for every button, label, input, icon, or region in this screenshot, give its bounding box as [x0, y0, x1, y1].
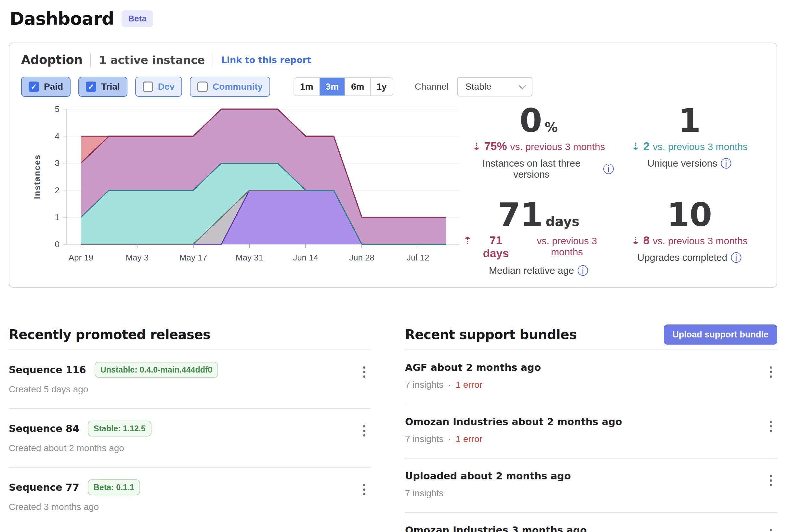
- svg-text:May 17: May 17: [180, 253, 207, 262]
- svg-text:3: 3: [55, 158, 60, 168]
- release-row[interactable]: Sequence 116 Unstable: 0.4.0-main.444ddf…: [9, 350, 371, 409]
- range-3m[interactable]: 3m: [319, 78, 345, 96]
- stat-value: 1: [678, 104, 701, 137]
- release-title: Sequence 84: [9, 423, 79, 434]
- stat-delta-caption: vs. previous 3 months: [510, 141, 605, 152]
- bundle-errors: 1 error: [456, 434, 482, 444]
- adoption-title: Adoption: [21, 53, 83, 67]
- svg-text:Instances: Instances: [32, 154, 42, 199]
- info-icon[interactable]: ⓘ: [603, 163, 614, 174]
- kebab-menu-icon[interactable]: [361, 482, 367, 497]
- info-icon[interactable]: ⓘ: [577, 265, 588, 276]
- filter-label: Trial: [101, 81, 120, 92]
- range-1m[interactable]: 1m: [294, 78, 319, 96]
- release-created: Created about 2 months ago: [9, 443, 124, 453]
- adoption-stats-grid: 0 % ⇣ 75% vs. previous 3 months Instance…: [463, 104, 765, 276]
- filter-dev[interactable]: Dev: [135, 77, 182, 97]
- kebab-menu-icon[interactable]: [768, 473, 774, 488]
- releases-heading: Recently promoted releases: [9, 327, 210, 342]
- checkbox-unchecked-icon[interactable]: [143, 81, 153, 92]
- stat-label: Upgrades completed: [638, 252, 727, 263]
- checkbox-checked-icon[interactable]: ✓: [86, 81, 96, 92]
- active-instance-count: 1 active instance: [99, 54, 205, 67]
- svg-text:0: 0: [55, 239, 60, 249]
- svg-text:5: 5: [55, 104, 60, 114]
- svg-text:1: 1: [55, 212, 60, 222]
- stat-suffix: days: [546, 214, 579, 229]
- arrow-up-icon: ⇡: [463, 235, 472, 247]
- svg-text:Jun 28: Jun 28: [349, 253, 374, 262]
- adoption-card-body: 012345Apr 19May 3May 17May 31Jun 14Jun 2…: [21, 103, 765, 276]
- kebab-menu-icon[interactable]: [768, 419, 774, 434]
- bundle-row[interactable]: AGF about 2 months ago 7 insights · 1 er…: [405, 350, 777, 404]
- stat-suffix: %: [545, 120, 558, 135]
- channel-control: Channel Stable: [415, 77, 532, 96]
- adoption-card-header: Adoption 1 active instance Link to this …: [21, 53, 765, 67]
- svg-text:Jul 12: Jul 12: [407, 253, 429, 262]
- page-title: Dashboard: [10, 8, 114, 29]
- bundle-row[interactable]: Omozan Industries 3 months ago 7 insight…: [405, 513, 777, 532]
- arrow-down-icon: ⇣: [472, 140, 481, 153]
- kebab-menu-icon[interactable]: [768, 364, 774, 380]
- bundle-row[interactable]: Omozan Industries about 2 months ago 7 i…: [405, 404, 777, 459]
- stat-value: 0: [519, 104, 542, 137]
- beta-badge: Beta: [121, 10, 153, 27]
- stat-delta-value: 71 days: [475, 234, 517, 260]
- range-6m[interactable]: 6m: [345, 78, 370, 96]
- filter-paid[interactable]: ✓ Paid: [21, 77, 71, 97]
- channel-select[interactable]: Stable: [457, 77, 532, 96]
- header-divider: [90, 54, 91, 67]
- release-channel-badge: Unstable: 0.4.0-main.444ddf0: [95, 362, 218, 378]
- stat-instances-last-three-versions: 0 % ⇣ 75% vs. previous 3 months Instance…: [463, 104, 614, 180]
- page-header: Dashboard Beta: [0, 0, 786, 29]
- filter-label: Community: [213, 81, 263, 92]
- release-title: Sequence 77: [9, 482, 79, 493]
- info-icon[interactable]: ⓘ: [721, 158, 732, 169]
- meta-dot-separator: ·: [448, 380, 451, 390]
- header-divider: [213, 54, 213, 67]
- stat-delta-caption: vs. previous 3 months: [653, 236, 748, 246]
- stat-median-relative-age: 71 days ⇡ 71 days vs. previous 3 months …: [463, 199, 614, 276]
- bundle-insights: 7 insights: [405, 380, 443, 390]
- channel-selected-value: Stable: [465, 81, 491, 92]
- bundle-insights: 7 insights: [405, 488, 443, 499]
- svg-text:May 3: May 3: [125, 253, 148, 262]
- kebab-menu-icon[interactable]: [361, 364, 367, 380]
- release-row[interactable]: Sequence 77 Beta: 0.1.1 Created 3 months…: [9, 468, 371, 526]
- stat-delta-caption: vs. previous 3 months: [653, 141, 748, 152]
- stat-label: Median relative age: [489, 265, 574, 276]
- bundle-title: Uploaded about 2 months ago: [405, 470, 571, 482]
- time-range-group: 1m 3m 6m 1y: [294, 77, 393, 96]
- range-1y[interactable]: 1y: [370, 78, 393, 96]
- link-to-report[interactable]: Link to this report: [221, 55, 311, 65]
- filter-label: Paid: [44, 81, 63, 92]
- arrow-down-icon: ⇣: [631, 235, 640, 247]
- stat-unique-versions: 1 ⇣ 2 vs. previous 3 months Unique versi…: [614, 104, 765, 180]
- kebab-menu-icon[interactable]: [361, 423, 367, 438]
- channel-label: Channel: [415, 81, 448, 92]
- filter-row: ✓ Paid ✓ Trial Dev Community 1m 3m 6m 1y…: [21, 77, 765, 97]
- stat-label: Instances on last three versions: [463, 158, 600, 180]
- filter-trial[interactable]: ✓ Trial: [78, 77, 128, 97]
- bundle-insights: 7 insights: [405, 434, 443, 444]
- stat-delta-value: 8: [643, 234, 649, 247]
- bundles-heading: Recent support bundles: [405, 327, 577, 342]
- bundle-row[interactable]: Uploaded about 2 months ago 7 insights: [405, 459, 777, 513]
- kebab-menu-icon[interactable]: [768, 527, 774, 532]
- info-icon[interactable]: ⓘ: [731, 252, 741, 263]
- release-title: Sequence 116: [9, 364, 86, 376]
- release-row[interactable]: Sequence 84 Stable: 1.12.5 Created about…: [9, 409, 371, 468]
- adoption-area-chart: 012345Apr 19May 3May 17May 31Jun 14Jun 2…: [21, 103, 463, 265]
- bottom-sections: Recently promoted releases Sequence 116 …: [0, 324, 786, 532]
- svg-text:May 31: May 31: [236, 253, 263, 262]
- svg-text:2: 2: [55, 186, 60, 195]
- release-channel-badge: Beta: 0.1.1: [88, 479, 140, 495]
- stat-value: 10: [667, 199, 712, 231]
- checkbox-unchecked-icon[interactable]: [197, 81, 208, 92]
- filter-community[interactable]: Community: [190, 77, 270, 97]
- stat-upgrades-completed: 10 ⇣ 8 vs. previous 3 months Upgrades co…: [614, 199, 765, 276]
- chevron-down-icon: [518, 82, 526, 90]
- upload-support-bundle-button[interactable]: Upload support bundle: [664, 324, 777, 345]
- stat-delta-value: 2: [643, 140, 649, 153]
- checkbox-checked-icon[interactable]: ✓: [29, 81, 39, 92]
